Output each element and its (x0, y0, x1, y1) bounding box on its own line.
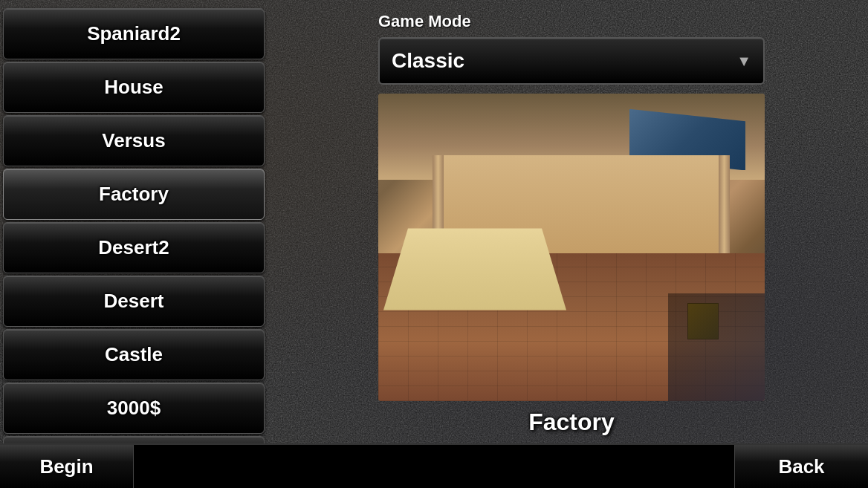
map-item-3000$[interactable]: 3000$ (3, 383, 265, 434)
map-item-house[interactable]: House (3, 62, 265, 113)
bottom-spacer (134, 445, 734, 488)
game-mode-label: Game Mode (378, 12, 765, 31)
game-mode-value: Classic (392, 49, 464, 73)
map-preview-image (378, 94, 765, 401)
selected-map-name: Factory (528, 409, 615, 436)
factory-scene (378, 94, 765, 401)
map-item-snowmap[interactable]: SnowMap (3, 436, 265, 443)
game-mode-dropdown[interactable]: Classic ▼ (378, 37, 765, 85)
map-list: Spaniard2HouseVersusFactoryDesert2Desert… (0, 0, 275, 443)
map-item-versus[interactable]: Versus (3, 115, 265, 166)
right-panel: Game Mode Classic ▼ (275, 0, 868, 443)
back-button[interactable]: Back (734, 445, 868, 488)
factory-dark-right (668, 293, 765, 401)
map-preview (378, 94, 765, 401)
bottom-bar: Begin Back (0, 443, 868, 488)
map-item-castle[interactable]: Castle (3, 329, 265, 380)
map-item-spaniard2[interactable]: Spaniard2 (3, 8, 265, 59)
begin-button[interactable]: Begin (0, 445, 134, 488)
map-item-desert[interactable]: Desert (3, 276, 265, 327)
map-item-factory[interactable]: Factory (3, 169, 265, 220)
map-item-desert2[interactable]: Desert2 (3, 222, 265, 273)
chevron-down-icon: ▼ (736, 53, 751, 70)
factory-sand (383, 228, 566, 310)
main-area: Spaniard2HouseVersusFactoryDesert2Desert… (0, 0, 868, 443)
game-mode-section: Game Mode Classic ▼ (378, 12, 765, 85)
